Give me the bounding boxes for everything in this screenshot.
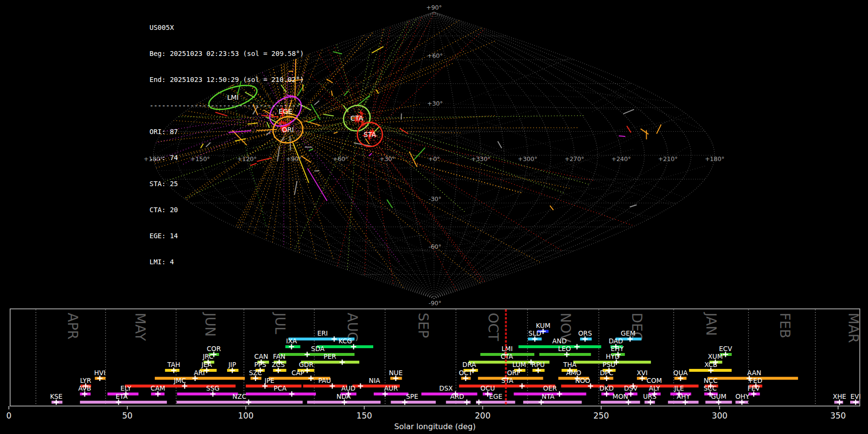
shower-label-ALY: ALY: [649, 384, 661, 392]
shower-bar-SDA: [279, 353, 355, 356]
month-label-FEB: FEB: [777, 313, 793, 339]
shower-label-THA: THA: [563, 361, 577, 368]
lat-label: +30°: [427, 100, 443, 107]
shower-label-ORS: ORS: [578, 329, 592, 337]
shower-label-DSX: DSX: [439, 384, 453, 392]
shower-bar-NTA: [523, 401, 582, 404]
count-lmi: LMI: 4: [149, 258, 304, 266]
x-tick-label: 350: [830, 411, 846, 420]
end-time: End: 20251023 12:50:29 (sol = 210.02°): [149, 75, 304, 84]
month-label-APR: APR: [65, 313, 81, 340]
shower-bar-ETA: [80, 401, 167, 404]
shower-label-STA: STA: [502, 377, 514, 384]
shower-label-AUR: AUR: [384, 384, 398, 392]
shower-label-PPS: PPS: [254, 361, 266, 368]
shower-label-KUM: KUM: [536, 322, 550, 329]
shower-label-COM: COM: [647, 377, 662, 384]
shower-label-PCA: PCA: [274, 384, 287, 392]
month-label-MAR: MAR: [845, 313, 861, 343]
shower-label-XCB: XCB: [705, 361, 718, 368]
shower-label-JMC: JMC: [174, 377, 186, 384]
shower-label-NOO: NOO: [575, 377, 590, 384]
shower-bar-EGE: [476, 401, 515, 404]
shower-label-HVI: HVI: [94, 369, 105, 377]
south-pole-label: -90°: [429, 299, 442, 307]
shower-label-OCT: OCT: [459, 369, 473, 377]
shower-label-SCC: SCC: [704, 384, 717, 392]
x-tick-label: 100: [238, 411, 253, 420]
radiant-report-page: { "header": { "station": "US005X", "beg"…: [0, 0, 868, 434]
x-tick-label: 150: [356, 411, 372, 420]
lon-label: +240°: [611, 155, 631, 163]
month-label-JAN: JAN: [703, 312, 719, 336]
shower-bar-ARI: [155, 377, 245, 380]
shower-label-TAH: TAH: [167, 361, 180, 368]
shower-label-EVI: EVI: [850, 393, 861, 400]
shower-label-XUM: XUM: [708, 353, 723, 360]
north-pole-label: +90°: [426, 4, 442, 11]
shower-label-NCC: NCC: [704, 377, 718, 384]
lat-label: +60°: [427, 52, 443, 59]
shower-bar-SSG: [177, 393, 238, 395]
shower-bar-AUR: [374, 393, 408, 395]
shower-label-NIA: NIA: [369, 377, 380, 384]
shower-bar-SPE: [391, 401, 435, 404]
shower-label-XHE: XHE: [833, 393, 846, 400]
shower-label-SZC: SZC: [249, 369, 262, 377]
shower-label-AND: AND: [552, 337, 567, 345]
shower-label-SPE: SPE: [406, 393, 418, 400]
shower-label-QUA: QUA: [673, 369, 688, 377]
shower-label-CAP: CAP: [291, 369, 304, 377]
shower-label-KSE: KSE: [50, 393, 63, 400]
lat-label: -30°: [429, 195, 442, 203]
shower-label-AMO: AMO: [566, 369, 582, 377]
shower-label-CAM: CAM: [150, 384, 165, 392]
shower-label-JPE: JPE: [264, 377, 275, 384]
shower-label-ETA: ETA: [116, 393, 128, 400]
shower-label-EHY: EHY: [611, 345, 624, 353]
shower-label-EGE: EGE: [489, 393, 502, 400]
lon-label: +300°: [518, 155, 538, 163]
shower-label-ERI: ERI: [317, 329, 328, 337]
x-tick-label: 250: [593, 411, 609, 420]
month-label-OCT: OCT: [485, 313, 501, 342]
lon-label: +330°: [471, 155, 491, 163]
shower-label-CAN: CAN: [254, 353, 268, 360]
lon-label: +180°: [705, 155, 725, 163]
shower-label-LYR: LYR: [80, 377, 91, 384]
shower-label-OHY: OHY: [735, 393, 750, 400]
shower-label-JLE: JLE: [674, 384, 684, 392]
shower-label-FEV: FEV: [747, 384, 760, 392]
month-label-JUN: JUN: [202, 312, 218, 337]
shower-bar-PAU: [303, 385, 347, 388]
shower-label-NTA: NTA: [542, 393, 555, 400]
shower-bar-MON: [601, 401, 640, 404]
shower-label-JEA: JEA: [201, 361, 213, 368]
shower-label-DKD: DKD: [599, 384, 614, 392]
shower-label-JRC: JRC: [203, 353, 214, 360]
shower-label-SLD: SLD: [529, 329, 542, 337]
shower-label-GEM: GEM: [621, 329, 636, 337]
shower-label-IXA: IXA: [286, 337, 297, 345]
shower-bar-PCA: [246, 393, 316, 395]
shower-label-DRA: DRA: [462, 361, 476, 368]
x-tick-label: 200: [475, 411, 490, 420]
shower-label-DSV: DSV: [624, 384, 638, 392]
shower-label-AAN: AAN: [747, 369, 761, 377]
count-cta: CTA: 20: [149, 205, 304, 214]
month-label-MAY: MAY: [132, 313, 148, 341]
shower-label-ARD: ARD: [450, 393, 464, 400]
x-tick-label: 0: [6, 411, 12, 420]
shower-label-ORI: ORI: [507, 369, 518, 377]
lat-label: -60°: [429, 243, 442, 250]
x-tick-label: 300: [712, 411, 727, 420]
shower-label-URS: URS: [643, 393, 656, 400]
shower-label-HYD: HYD: [606, 353, 620, 360]
lon-label: +210°: [658, 155, 678, 163]
station-code: US005X: [149, 23, 304, 32]
shower-label-AHY: AHY: [677, 393, 690, 400]
shower-label-MON: MON: [612, 393, 628, 400]
shower-label-XVI: XVI: [637, 369, 647, 377]
shower-label-RPU: RPU: [531, 361, 544, 368]
radiant-ellipse-label-STA: STA: [364, 131, 376, 138]
